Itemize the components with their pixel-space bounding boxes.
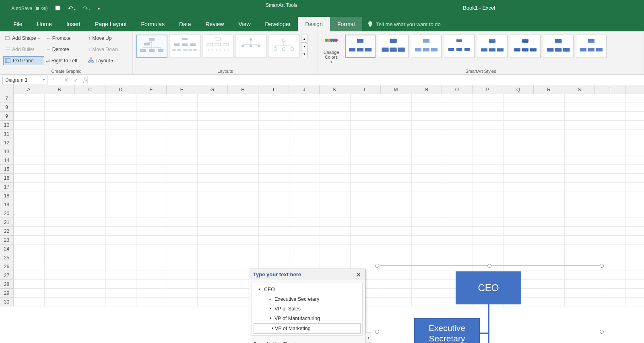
row-header[interactable]: 12 bbox=[0, 138, 14, 147]
column-header[interactable]: K bbox=[320, 85, 350, 94]
column-header[interactable]: F bbox=[167, 85, 197, 94]
promote-button[interactable]: ←Promote bbox=[44, 34, 87, 43]
layout-thumb-3[interactable] bbox=[202, 35, 233, 58]
row-header[interactable]: 26 bbox=[0, 262, 14, 271]
row-header[interactable]: 10 bbox=[0, 121, 14, 129]
text-pane-item[interactable]: Executive Secretary bbox=[252, 294, 362, 304]
column-header[interactable]: C bbox=[75, 85, 105, 94]
text-pane-item[interactable]: CEO bbox=[252, 285, 362, 294]
column-header[interactable]: H bbox=[228, 85, 258, 94]
demote-button[interactable]: →Demote bbox=[44, 45, 87, 54]
text-pane-item[interactable]: VP of Manufacturing bbox=[252, 314, 362, 323]
tab-design[interactable]: Design bbox=[298, 17, 330, 31]
column-header[interactable]: I bbox=[258, 85, 289, 94]
row-header[interactable]: 18 bbox=[0, 191, 14, 200]
resize-handle[interactable] bbox=[487, 264, 491, 268]
layout-thumb-2[interactable] bbox=[169, 35, 200, 58]
style-thumb-1[interactable] bbox=[345, 35, 376, 58]
text-pane-item[interactable]: VP of Marketing bbox=[254, 323, 361, 334]
row-header[interactable]: 30 bbox=[0, 298, 14, 306]
qat-customize-icon[interactable]: ▾ bbox=[98, 6, 100, 11]
row-header[interactable]: 19 bbox=[0, 200, 14, 209]
style-thumb-8[interactable] bbox=[576, 35, 607, 58]
column-header[interactable]: A bbox=[14, 85, 44, 94]
tab-home[interactable]: Home bbox=[30, 17, 59, 31]
column-header[interactable]: Q bbox=[503, 85, 534, 94]
layout-thumb-1[interactable] bbox=[136, 35, 167, 58]
column-header[interactable]: E bbox=[136, 85, 167, 94]
column-header[interactable]: T bbox=[595, 85, 625, 94]
text-pane-collapse-tab[interactable]: › bbox=[365, 333, 372, 343]
worksheet-grid[interactable]: ABCDEFGHIJKLMNOPQRST 7891011121314151617… bbox=[0, 85, 644, 306]
select-all-corner[interactable] bbox=[0, 85, 14, 94]
tab-review[interactable]: Review bbox=[198, 17, 231, 31]
row-header[interactable]: 21 bbox=[0, 218, 14, 227]
fx-icon[interactable]: fx bbox=[83, 77, 87, 83]
column-header[interactable]: N bbox=[411, 85, 442, 94]
enter-formula-icon[interactable]: ✓ bbox=[74, 77, 78, 83]
text-pane-close-button[interactable]: ✕ bbox=[356, 271, 361, 278]
row-header[interactable]: 28 bbox=[0, 280, 14, 289]
org-node-assist[interactable]: Executive Secretary bbox=[414, 318, 480, 343]
undo-icon[interactable]: ↶▾ bbox=[68, 5, 76, 12]
text-pane-list[interactable]: CEO Executive Secretary VP of Sales VP o… bbox=[252, 283, 363, 336]
style-thumb-6[interactable] bbox=[510, 35, 541, 58]
column-header[interactable]: D bbox=[105, 85, 136, 94]
tab-view[interactable]: View bbox=[231, 17, 258, 31]
tab-formulas[interactable]: Formulas bbox=[134, 17, 172, 31]
smartart-diagram[interactable]: CEO Executive Secretary VP of Sales VP o… bbox=[377, 265, 602, 343]
row-header[interactable]: 8 bbox=[0, 103, 14, 112]
layouts-scroll[interactable]: ▴▾▾ bbox=[301, 35, 308, 58]
tell-me-search[interactable]: Tell me what you want to do bbox=[367, 21, 440, 27]
tab-data[interactable]: Data bbox=[172, 17, 198, 31]
row-header[interactable]: 17 bbox=[0, 183, 14, 191]
column-header[interactable]: P bbox=[473, 85, 503, 94]
resize-handle[interactable] bbox=[375, 330, 379, 334]
resize-handle[interactable] bbox=[375, 264, 379, 268]
org-node-ceo[interactable]: CEO bbox=[456, 271, 521, 304]
text-pane-item[interactable]: VP of Sales bbox=[252, 304, 362, 314]
resize-handle[interactable] bbox=[600, 330, 604, 334]
style-thumb-4[interactable] bbox=[444, 35, 475, 58]
row-header[interactable]: 14 bbox=[0, 156, 14, 165]
save-icon[interactable] bbox=[55, 5, 61, 12]
style-thumb-5[interactable] bbox=[477, 35, 508, 58]
name-box-dropdown-icon[interactable]: ▾ bbox=[43, 78, 45, 82]
row-header[interactable]: 13 bbox=[0, 147, 14, 156]
column-header[interactable]: O bbox=[442, 85, 473, 94]
column-header[interactable]: J bbox=[289, 85, 320, 94]
change-colors-button[interactable]: Change Colors▾ bbox=[321, 33, 341, 68]
tab-format[interactable]: Format bbox=[330, 17, 362, 31]
row-header[interactable]: 25 bbox=[0, 253, 14, 262]
row-header[interactable]: 29 bbox=[0, 289, 14, 298]
column-header[interactable]: S bbox=[564, 85, 595, 94]
move-up-button[interactable]: ↑Move Up bbox=[87, 34, 129, 43]
column-header[interactable]: B bbox=[44, 85, 75, 94]
autosave-toggle[interactable]: AutoSave Off bbox=[11, 6, 47, 11]
redo-icon[interactable]: ↷▾ bbox=[83, 5, 91, 12]
text-pane-button[interactable]: Text Pane bbox=[3, 56, 44, 65]
style-thumb-2[interactable] bbox=[378, 35, 409, 58]
row-header[interactable]: 7 bbox=[0, 94, 14, 103]
tab-insert[interactable]: Insert bbox=[59, 17, 88, 31]
tab-developer[interactable]: Developer bbox=[258, 17, 298, 31]
style-thumb-7[interactable] bbox=[543, 35, 574, 58]
layout-thumb-4[interactable] bbox=[235, 35, 266, 58]
cancel-formula-icon[interactable]: ✕ bbox=[64, 77, 69, 83]
row-header[interactable]: 16 bbox=[0, 174, 14, 183]
style-thumb-3[interactable] bbox=[411, 35, 442, 58]
layout-button[interactable]: Layout ▾ bbox=[87, 56, 129, 65]
name-box[interactable]: Diagram 1 ▾ bbox=[2, 76, 47, 84]
tab-file[interactable]: File bbox=[6, 17, 30, 31]
column-header[interactable]: M bbox=[381, 85, 411, 94]
row-header[interactable]: 9 bbox=[0, 112, 14, 121]
add-shape-button[interactable]: +Add Shape ▾ bbox=[3, 34, 44, 43]
column-header[interactable]: R bbox=[534, 85, 564, 94]
row-header[interactable]: 20 bbox=[0, 209, 14, 218]
right-to-left-button[interactable]: ⇄Right to Left bbox=[44, 56, 87, 65]
row-header[interactable]: 15 bbox=[0, 165, 14, 174]
row-header[interactable]: 23 bbox=[0, 236, 14, 244]
column-header[interactable]: G bbox=[197, 85, 228, 94]
resize-handle[interactable] bbox=[600, 264, 604, 268]
tab-page-layout[interactable]: Page Layout bbox=[88, 17, 134, 31]
